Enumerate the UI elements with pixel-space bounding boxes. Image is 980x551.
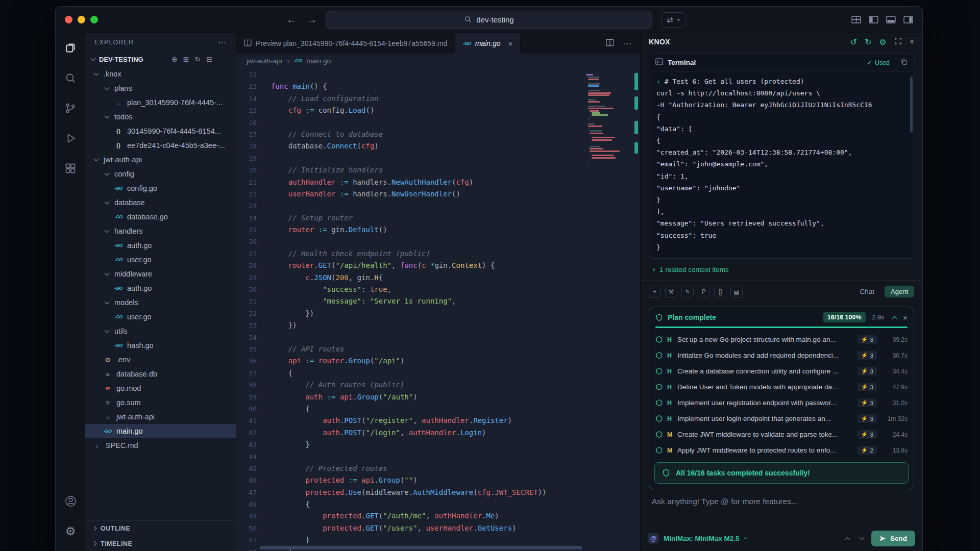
edit-icon[interactable]: ✎: [681, 286, 694, 298]
tab-chat[interactable]: Chat: [860, 288, 874, 295]
panel-bottom-icon[interactable]: [886, 16, 896, 23]
tree-folder-config[interactable]: config: [85, 167, 236, 181]
session-switcher[interactable]: ⇄: [661, 12, 685, 28]
code-line-37: 37 {: [236, 367, 640, 379]
task-row[interactable]: HSet up a new Go project structure with …: [649, 332, 914, 347]
code-line-50: 50 protected.GET("/users", userHandler.G…: [236, 522, 640, 534]
source-control-activity-icon[interactable]: [64, 102, 77, 115]
project-section-row[interactable]: DEV-TESTING ⊕ ⊞ ↻ ⊟: [85, 52, 236, 67]
new-file-icon[interactable]: ⊕: [172, 55, 178, 63]
breadcrumb-file[interactable]: main.go: [306, 57, 331, 65]
tree-file-.env[interactable]: ⚙.env: [85, 353, 236, 367]
task-row[interactable]: MCreate JWT middleware to validate and p…: [649, 427, 914, 442]
tree-file-go.mod[interactable]: ≋go.mod: [85, 381, 236, 395]
run-debug-activity-icon[interactable]: [64, 132, 77, 145]
bolt-icon: ⚡: [861, 352, 868, 359]
panel-right-icon[interactable]: [903, 16, 913, 23]
breadcrumb-root[interactable]: jwt-auth-api: [247, 57, 282, 65]
tree-file-main.go[interactable]: -GOmain.go: [85, 424, 236, 438]
back-arrow-icon[interactable]: ←: [286, 14, 297, 26]
collapse-folders-icon[interactable]: ⊟: [206, 55, 212, 63]
files-activity-icon[interactable]: [64, 41, 77, 55]
task-row[interactable]: MApply JWT middleware to protected route…: [649, 442, 914, 458]
extensions-activity-icon[interactable]: [64, 162, 77, 175]
tree-file-auth.go[interactable]: -GOauth.go: [85, 281, 236, 295]
tree-file-config.go[interactable]: -GOconfig.go: [85, 181, 236, 195]
layout-grid-icon[interactable]: [851, 16, 861, 23]
tree-file-auth.go[interactable]: -GOauth.go: [85, 238, 236, 253]
model-selector[interactable]: MiniMax: MiniMax M2.5: [664, 535, 740, 542]
minimize-window-button[interactable]: [78, 16, 85, 23]
terminal-panel-icon[interactable]: ▤: [730, 286, 743, 298]
tree-file-SPEC.md[interactable]: ↓SPEC.md: [85, 438, 236, 453]
tree-file-plan_30145990-76f4-4445-...[interactable]: ↓plan_30145990-76f4-4445-...: [85, 95, 236, 110]
expand-icon[interactable]: [894, 37, 902, 47]
tree-folder-todos[interactable]: todos: [85, 110, 236, 124]
task-row[interactable]: HImplement user registration endpoint wi…: [649, 395, 914, 411]
close-window-button[interactable]: [65, 16, 72, 23]
task-row[interactable]: HCreate a database connection utility an…: [649, 363, 914, 379]
search-activity-icon[interactable]: [64, 71, 77, 85]
copy-icon[interactable]: [900, 58, 908, 67]
code-editor[interactable]: 1213func main() {14 // Load configuratio…: [236, 68, 640, 551]
panel-left-icon[interactable]: [869, 16, 878, 23]
forward-arrow-icon[interactable]: →: [307, 14, 317, 26]
new-folder-icon[interactable]: ⊞: [183, 55, 189, 63]
tree-item-label: config: [114, 170, 134, 178]
global-search[interactable]: dev-testing: [326, 11, 652, 29]
prompts-icon[interactable]: P: [698, 286, 710, 298]
tree-file-go.sum[interactable]: ≡go.sum: [85, 395, 236, 410]
task-row[interactable]: HInitialize Go modules and add required …: [649, 347, 914, 363]
tree-folder-jwt-auth-api[interactable]: jwt-auth-api: [85, 153, 236, 167]
collapse-plan-icon[interactable]: [892, 316, 897, 321]
tree-folder-middleware[interactable]: middleware: [85, 267, 236, 281]
task-row[interactable]: HDefine User and Token models with appro…: [649, 379, 914, 395]
tree-file-user.go[interactable]: -GOuser.go: [85, 310, 236, 324]
task-row[interactable]: HImplement user login endpoint that gene…: [649, 411, 914, 427]
account-icon[interactable]: [64, 494, 77, 508]
editor-more-icon[interactable]: ⋯: [623, 38, 631, 49]
breadcrumb[interactable]: jwt-auth-api › -GO main.go: [236, 54, 640, 68]
chat-input[interactable]: Ask anything! Type @ for more features..…: [641, 489, 922, 525]
settings-gear-icon[interactable]: ⚙: [64, 524, 77, 538]
knox-settings-icon[interactable]: ⚙: [879, 37, 886, 47]
tree-folder-.knox[interactable]: .knox: [85, 67, 236, 81]
tab-main-go[interactable]: -GO main.go ×: [455, 33, 521, 54]
close-panel-icon[interactable]: ×: [910, 37, 914, 46]
history-icon[interactable]: ↺: [850, 37, 857, 47]
split-editor-icon[interactable]: [606, 39, 614, 48]
tab-agent[interactable]: Agent: [885, 286, 914, 297]
related-context-row[interactable]: 1 related context items: [641, 259, 922, 280]
tree-folder-database[interactable]: database: [85, 195, 236, 210]
zoom-window-button[interactable]: [90, 16, 98, 23]
code-line-40: 40 {: [236, 403, 640, 415]
tree-file-30145990-76f4-4445-8154...[interactable]: {}30145990-76f4-4445-8154...: [85, 124, 236, 138]
tree-folder-utils[interactable]: utils: [85, 324, 236, 338]
scroll-up-icon[interactable]: [845, 537, 850, 542]
scroll-down-icon[interactable]: [860, 535, 865, 540]
tree-file-ee7de241-c04e-45b5-a3ee-...[interactable]: {}ee7de241-c04e-45b5-a3ee-...: [85, 138, 236, 153]
tree-folder-handlers[interactable]: handlers: [85, 224, 236, 238]
tools-icon[interactable]: ⚒: [665, 286, 677, 298]
tree-file-jwt-auth-api[interactable]: ≡jwt-auth-api: [85, 410, 236, 424]
terminal-scrollbar[interactable]: [910, 77, 913, 133]
minimap[interactable]: [586, 72, 630, 164]
close-tab-icon[interactable]: ×: [508, 39, 513, 48]
outline-section[interactable]: OUTLINE: [85, 520, 236, 536]
timeline-section[interactable]: TIMELINE: [85, 536, 236, 551]
brackets-icon[interactable]: []: [714, 286, 726, 298]
horizontal-scrollbar[interactable]: [260, 546, 582, 549]
tree-file-hash.go[interactable]: -GOhash.go: [85, 338, 236, 353]
new-chat-icon[interactable]: +: [649, 286, 661, 298]
tree-folder-models[interactable]: models: [85, 295, 236, 310]
reload-icon[interactable]: ↻: [865, 37, 871, 47]
tree-file-user.go[interactable]: -GOuser.go: [85, 253, 236, 267]
refresh-explorer-icon[interactable]: ↻: [195, 55, 201, 63]
tab-preview-plan[interactable]: Preview plan_30145990-76f4-4445-8154-1ee…: [236, 33, 455, 54]
tree-folder-plans[interactable]: plans: [85, 81, 236, 95]
explorer-more-icon[interactable]: ⋯: [218, 38, 227, 47]
tree-file-database.go[interactable]: -GOdatabase.go: [85, 210, 236, 224]
tree-file-database.db[interactable]: ≡database.db: [85, 367, 236, 381]
close-plan-icon[interactable]: ×: [903, 313, 908, 322]
send-button[interactable]: Send: [871, 531, 915, 546]
